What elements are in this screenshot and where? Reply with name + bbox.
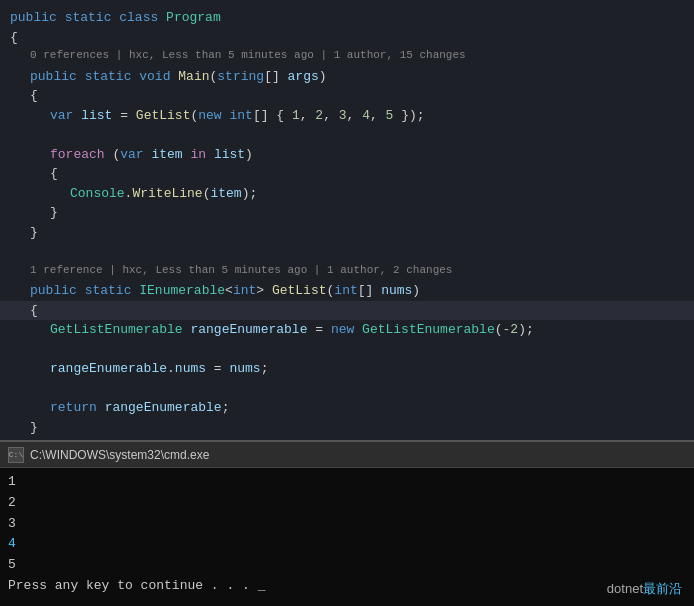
code-line: public static IEnumerable<int> GetList(i… [0,281,694,301]
code-line: public static class Program [0,8,694,28]
code-line: } [0,223,694,243]
meta-line: 0 references | hxc, Less than 5 minutes … [0,47,694,67]
code-editor: public static class Program { 0 referenc… [0,0,694,440]
terminal-icon: C:\ [8,447,24,463]
watermark-suffix: 最前沿 [643,581,682,596]
terminal-content: 1 2 3 4 5 Press any key to continue . . … [0,468,694,601]
code-line: } [0,418,694,438]
terminal-output-4: 4 [8,534,686,555]
code-line: public static void Main(string[] args) [0,67,694,87]
code-line: { [0,28,694,48]
blank-line [0,340,694,360]
blank-line [0,379,694,399]
code-line: var list = GetList(new int[] { 1, 2, 3, … [0,106,694,126]
code-line-current: { [0,301,694,321]
meta-line: 1 reference | hxc, Less than 5 minutes a… [0,262,694,282]
terminal-output-5: 5 [8,555,686,576]
terminal-titlebar: C:\ C:\WINDOWS\system32\cmd.exe [0,442,694,468]
code-line: return rangeEnumerable; [0,398,694,418]
blank-line [0,125,694,145]
watermark-prefix: dotnet [607,581,643,596]
code-line: Console.WriteLine(item); [0,184,694,204]
code-line: } [0,203,694,223]
terminal-output-3: 3 [8,514,686,535]
watermark: dotnet最前沿 [607,580,682,598]
code-line: { [0,164,694,184]
code-line: { [0,86,694,106]
terminal-window: C:\ C:\WINDOWS\system32\cmd.exe 1 2 3 4 … [0,440,694,606]
terminal-output-1: 1 [8,472,686,493]
terminal-output-2: 2 [8,493,686,514]
code-line: GetListEnumerable rangeEnumerable = new … [0,320,694,340]
terminal-title: C:\WINDOWS\system32\cmd.exe [30,448,209,462]
terminal-output-continue: Press any key to continue . . . _ [8,576,686,597]
blank-line [0,242,694,262]
code-line: foreach (var item in list) [0,145,694,165]
code-line: rangeEnumerable.nums = nums; [0,359,694,379]
code-lines: public static class Program { 0 referenc… [0,0,694,440]
